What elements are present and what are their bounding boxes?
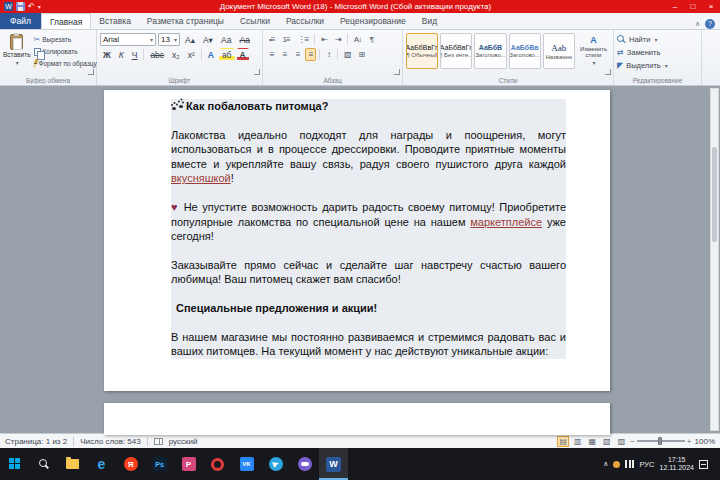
multilevel-list-button[interactable]: ⋮≡ — [295, 33, 312, 46]
style-normal[interactable]: АаБбВвГг, ¶ Обычный — [406, 33, 438, 69]
font-color-button[interactable]: А — [237, 48, 249, 61]
align-right-button[interactable]: ≡ — [292, 48, 303, 61]
start-button[interactable] — [0, 448, 29, 480]
tab-home[interactable]: Главная — [41, 13, 91, 29]
text-effects-button[interactable]: А — [205, 48, 217, 61]
paragraph-dialog-launcher[interactable] — [394, 69, 400, 75]
font-name-combo[interactable]: Arial ▾ — [100, 33, 156, 46]
borders-button[interactable]: ⊞ — [356, 48, 368, 61]
zoom-slider[interactable] — [637, 440, 685, 442]
file-explorer-button[interactable] — [58, 448, 87, 480]
numbering-button[interactable]: 1≡ — [279, 33, 292, 46]
tab-page-layout[interactable]: Разметка страницы — [139, 13, 232, 29]
maximize-button[interactable]: □ — [684, 0, 702, 13]
opera-browser-button[interactable] — [203, 448, 232, 480]
network-icon[interactable] — [625, 460, 634, 468]
scrollbar-thumb[interactable] — [712, 147, 717, 242]
document-page-2[interactable] — [104, 403, 610, 435]
hidden-icons-chevron[interactable]: ∧ — [603, 460, 608, 468]
underline-button[interactable]: Ч — [129, 48, 141, 61]
font-size-combo[interactable]: 13 ▾ — [158, 33, 180, 46]
vertical-scrollbar[interactable] — [710, 88, 719, 431]
zoom-out-button[interactable]: − — [630, 437, 635, 446]
language-indicator[interactable]: русский — [169, 437, 198, 446]
yandex-browser-button[interactable]: Я — [116, 448, 145, 480]
telegram-button[interactable] — [261, 448, 290, 480]
selected-text-block[interactable]: Как побаловать питомца? Лакомства идеаль… — [171, 99, 566, 359]
cut-button[interactable]: ✂ Вырезать — [34, 34, 97, 45]
align-center-button[interactable]: ≡ — [279, 48, 290, 61]
strikethrough-button[interactable]: abc — [147, 48, 167, 61]
line-spacing-button[interactable]: ↕ — [323, 48, 334, 61]
italic-button[interactable]: К — [116, 48, 127, 61]
close-button[interactable]: × — [702, 0, 720, 13]
word-count[interactable]: Число слов: 543 — [80, 437, 140, 446]
minimize-button[interactable]: – — [666, 0, 684, 13]
taskbar-search-button[interactable] — [29, 448, 58, 480]
justify-button[interactable]: ≡ — [305, 48, 316, 61]
increase-indent-button[interactable]: ⇥ — [332, 33, 344, 46]
keyboard-language-indicator[interactable]: РУС — [639, 460, 654, 469]
photoshop-button[interactable]: Ps — [145, 448, 174, 480]
grow-font-button[interactable]: А▴ — [182, 33, 198, 46]
help-icon[interactable]: ? — [705, 19, 715, 29]
taskbar-clock[interactable]: 17:15 12.11.2024 — [659, 456, 694, 472]
tab-mailings[interactable]: Рассылки — [278, 13, 332, 29]
underlined-word-2[interactable]: маркетплейсе — [470, 216, 542, 228]
font-dialog-launcher[interactable] — [254, 69, 260, 75]
full-screen-view-button[interactable]: ▥ — [572, 436, 584, 447]
tab-view[interactable]: Вид — [414, 13, 445, 29]
subscript-button[interactable]: х₂ — [169, 48, 183, 61]
select-button[interactable]: ◤ Выделить ▾ — [617, 59, 698, 71]
style-heading-2[interactable]: АаБбВв Заголово... — [509, 33, 541, 69]
zoom-in-button[interactable]: + — [687, 437, 692, 446]
style-heading-1[interactable]: АаБбВ Заголово... — [474, 33, 506, 69]
bold-button[interactable]: Ж — [100, 48, 114, 61]
tab-references[interactable]: Ссылки — [232, 13, 278, 29]
shading-button[interactable]: ▧ — [341, 48, 354, 61]
style-no-spacing[interactable]: АаБбВвГг, ¶ Без инте... — [440, 33, 472, 69]
change-case-button[interactable]: Аа — [218, 33, 235, 46]
decrease-indent-button[interactable]: ⇤ — [318, 33, 330, 46]
draft-view-button[interactable]: ▨ — [616, 436, 628, 447]
clear-formatting-button[interactable]: Аа — [236, 33, 253, 46]
styles-dialog-launcher[interactable] — [605, 69, 611, 75]
web-layout-view-button[interactable]: ▦ — [587, 436, 599, 447]
pinterest-button[interactable]: P — [174, 448, 203, 480]
clipboard-dialog-launcher[interactable] — [88, 69, 94, 75]
change-styles-button[interactable]: А Изменить стили ▾ — [577, 33, 610, 66]
format-painter-button[interactable]: Формат по образцу — [34, 58, 97, 69]
save-icon[interactable] — [16, 2, 25, 11]
tab-insert[interactable]: Вставка — [91, 13, 139, 29]
replace-button[interactable]: ⇄ Заменить — [617, 46, 698, 58]
tray-app-icon[interactable] — [613, 461, 620, 468]
page-indicator[interactable]: Страница: 1 из 2 — [5, 437, 67, 446]
document-page-1[interactable]: Как побаловать питомца? Лакомства идеаль… — [104, 90, 610, 391]
superscript-button[interactable]: х² — [185, 48, 198, 61]
zoom-slider-thumb[interactable] — [658, 437, 662, 445]
tab-file[interactable]: Файл — [0, 13, 41, 29]
qat-dropdown-icon[interactable]: ▾ — [38, 3, 41, 10]
collapse-ribbon-icon[interactable]: ∧ — [695, 20, 700, 28]
proofing-book-icon[interactable] — [154, 438, 163, 445]
edge-browser-button[interactable]: e — [87, 448, 116, 480]
discord-button[interactable] — [290, 448, 319, 480]
title-bar[interactable]: W ↶ ▾ Документ Microsoft Word (18) - Mic… — [0, 0, 720, 13]
vk-button[interactable]: VK — [232, 448, 261, 480]
action-center-icon[interactable] — [699, 460, 708, 469]
highlight-color-button[interactable]: аб — [219, 48, 235, 61]
underlined-word-1[interactable]: вкусняшкой — [171, 172, 231, 184]
copy-button[interactable]: Копировать — [34, 46, 97, 57]
sort-button[interactable]: А↓ — [351, 33, 364, 46]
paste-button[interactable]: Вставить ▾ — [3, 32, 31, 75]
zoom-level[interactable]: 100% — [695, 437, 715, 446]
paste-dropdown-icon[interactable]: ▾ — [16, 59, 19, 66]
print-layout-view-button[interactable]: ▤ — [557, 436, 569, 447]
bullets-button[interactable]: •≡ — [266, 33, 277, 46]
tab-review[interactable]: Рецензирование — [332, 13, 414, 29]
style-title[interactable]: Aab Название — [543, 33, 575, 69]
undo-icon[interactable]: ↶ — [28, 2, 35, 11]
find-button[interactable]: Найти ▾ — [617, 33, 698, 45]
outline-view-button[interactable]: ▧ — [601, 436, 613, 447]
shrink-font-button[interactable]: А▾ — [200, 33, 216, 46]
